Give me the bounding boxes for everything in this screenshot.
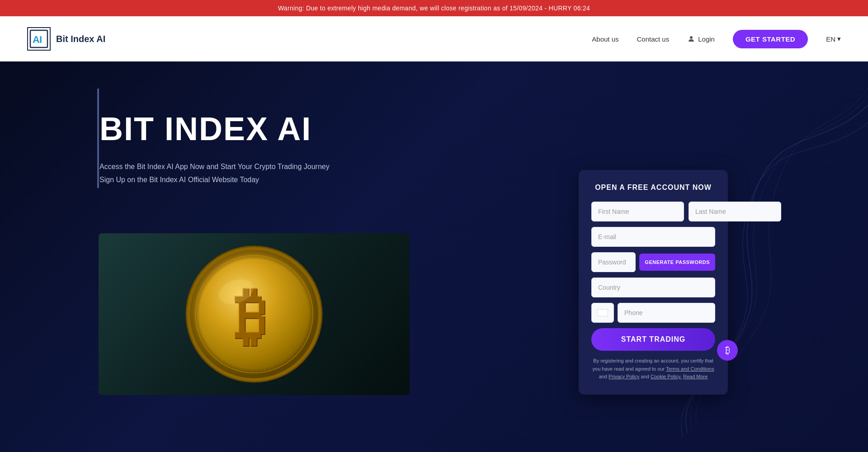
main-nav: About us Contact us Login GET STARTED EN… xyxy=(592,30,841,48)
legal-and2: and xyxy=(641,374,649,379)
lang-label: EN xyxy=(826,35,835,43)
registration-form: OPEN A FREE ACCOUNT NOW GENERATE PASSWOR… xyxy=(579,170,728,395)
hero-content: BIT INDEX AI Access the Bit Index AI App… xyxy=(0,89,868,187)
phone-flag-selector[interactable] xyxy=(591,303,614,323)
warning-banner: Warning: Due to extremely high media dem… xyxy=(0,0,868,16)
nav-login[interactable]: Login xyxy=(687,35,715,43)
password-row: GENERATE PASSWORDS xyxy=(591,252,715,272)
form-title: OPEN A FREE ACCOUNT NOW xyxy=(591,184,715,192)
cookie-link[interactable]: Cookie Policy. xyxy=(651,374,682,379)
phone-input[interactable] xyxy=(618,303,715,323)
phone-row xyxy=(591,303,715,323)
logo-icon: A I xyxy=(27,27,51,51)
nav-contact[interactable]: Contact us xyxy=(637,35,670,43)
generate-passwords-button[interactable]: GENERATE PASSWORDS xyxy=(639,254,715,271)
bitcoin-float-button[interactable]: ₿ xyxy=(717,340,738,361)
privacy-link[interactable]: Privacy Policy xyxy=(609,374,639,379)
name-row xyxy=(591,202,715,221)
legal-text: By registering and creating an account, … xyxy=(591,357,715,381)
svg-point-3 xyxy=(690,36,693,39)
read-more-link[interactable]: Read More xyxy=(683,374,708,379)
country-input[interactable] xyxy=(591,278,715,297)
language-selector[interactable]: EN ▾ xyxy=(826,35,841,43)
hero-section: BIT INDEX AI Access the Bit Index AI App… xyxy=(0,61,868,452)
first-name-input[interactable] xyxy=(591,202,684,221)
warning-text: Warning: Due to extremely high media dem… xyxy=(278,5,590,12)
bitcoin-coin-svg: ₿ ₿ xyxy=(182,242,326,386)
start-trading-button[interactable]: START TRADING xyxy=(591,328,715,351)
bitcoin-icon: ₿ xyxy=(725,344,730,356)
terms-link[interactable]: Terms and Conditions xyxy=(666,366,714,372)
logo-text: Bit Index AI xyxy=(56,34,105,44)
logo-area: A I Bit Index AI xyxy=(27,27,105,51)
svg-text:I: I xyxy=(39,34,42,45)
get-started-button[interactable]: GET STARTED xyxy=(733,30,808,48)
header: A I Bit Index AI About us Contact us Log… xyxy=(0,16,868,61)
hero-subtitle-line1: Access the Bit Index AI App Now and Star… xyxy=(99,163,330,170)
nav-about[interactable]: About us xyxy=(592,35,618,43)
chevron-down-icon: ▾ xyxy=(837,35,841,43)
last-name-input[interactable] xyxy=(689,202,781,221)
svg-text:A: A xyxy=(33,34,40,45)
bitcoin-image: ₿ ₿ xyxy=(99,233,410,395)
password-input[interactable] xyxy=(591,252,636,272)
login-label: Login xyxy=(698,35,715,43)
flag-image xyxy=(597,309,608,316)
hero-title: BIT INDEX AI xyxy=(99,111,868,147)
legal-and1: and xyxy=(599,374,607,379)
hero-subtitle-line2: Sign Up on the Bit Index AI Official Web… xyxy=(99,176,259,184)
email-input[interactable] xyxy=(591,227,715,247)
hero-subtitle: Access the Bit Index AI App Now and Star… xyxy=(99,160,335,187)
user-icon xyxy=(687,35,695,43)
